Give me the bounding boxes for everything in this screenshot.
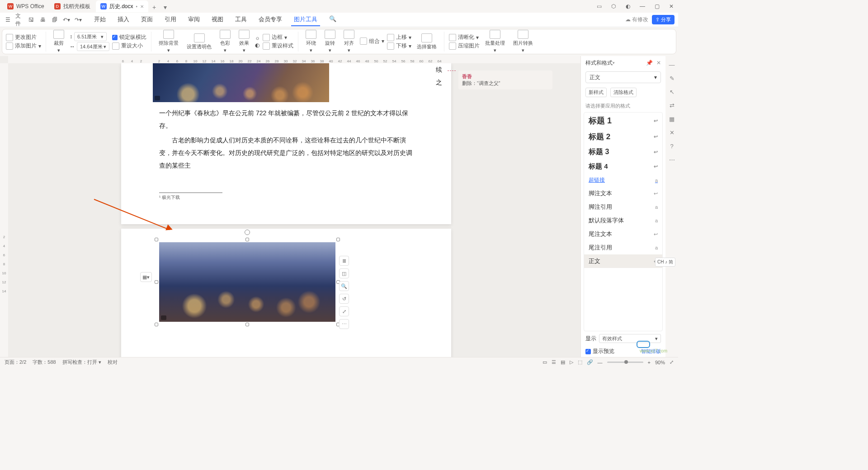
- save-icon[interactable]: 🖫: [27, 16, 35, 24]
- crop-floating-icon[interactable]: ◫: [339, 268, 349, 278]
- change-picture-button[interactable]: 更改图片: [6, 33, 41, 41]
- clear-format-button[interactable]: 清除格式: [610, 88, 637, 97]
- add-picture-button[interactable]: 添加图片 ▾: [6, 42, 41, 50]
- batch-button[interactable]: 批量处理▾: [482, 29, 508, 54]
- border-button[interactable]: 边框 ▾: [263, 33, 293, 41]
- tab-menu-button[interactable]: ▾: [160, 2, 170, 12]
- resize-handle[interactable]: [155, 280, 158, 284]
- proofing-status[interactable]: 校对: [108, 359, 118, 366]
- revision-comment[interactable]: 香香 删除：“调查之父”: [458, 70, 552, 89]
- page-1[interactable]: 续 之 一个州纪事《春秋志》早在公元前 722 年就被编纂，尽管仅公元前 2 世…: [121, 63, 451, 224]
- close-panel-icon[interactable]: ✕: [656, 60, 661, 66]
- search-icon[interactable]: 🔍: [326, 14, 339, 26]
- layout-options-button[interactable]: ▦▾: [140, 272, 152, 282]
- menu-icon[interactable]: ☰: [4, 16, 12, 24]
- style-item[interactable]: 尾注文本↩: [584, 227, 662, 241]
- width-input[interactable]: 14.64厘米▾: [77, 42, 109, 51]
- print-view-icon[interactable]: ☰: [552, 359, 556, 365]
- zoom-in-button[interactable]: +: [648, 360, 651, 365]
- selection-pane-button[interactable]: 选择窗格: [414, 33, 439, 51]
- pin-icon[interactable]: 📌: [646, 60, 653, 66]
- tab-view[interactable]: 视图: [209, 14, 226, 26]
- page-indicator[interactable]: 页面：2/2: [5, 359, 26, 366]
- file-menu[interactable]: 文件: [15, 16, 24, 24]
- sharpen-button[interactable]: 清晰化 ▾: [449, 33, 480, 41]
- new-style-button[interactable]: 新样式: [585, 88, 607, 97]
- inline-image-1[interactable]: [153, 63, 329, 102]
- reading-view-icon[interactable]: ▭: [542, 359, 547, 365]
- close-button[interactable]: ✕: [667, 2, 675, 10]
- outline-view-icon[interactable]: ▤: [561, 359, 565, 365]
- tab-templates[interactable]: D找稻壳模板: [50, 0, 95, 12]
- redo-icon[interactable]: ↷▾: [74, 16, 82, 24]
- cursor-icon[interactable]: ↖: [668, 88, 676, 96]
- fit-floating-icon[interactable]: ⤢: [339, 306, 349, 316]
- print-preview-icon[interactable]: 🗐: [51, 16, 59, 24]
- layout-icon[interactable]: ▭: [595, 2, 603, 10]
- color-button[interactable]: 色彩▾: [217, 29, 233, 54]
- tab-doc-history[interactable]: W历史.docx•✕: [96, 0, 148, 12]
- style-item[interactable]: 标题 1↩: [584, 113, 662, 129]
- style-item[interactable]: 标题 2↩: [584, 129, 662, 145]
- style-item[interactable]: 尾注引用a: [584, 241, 662, 254]
- link-view-icon[interactable]: 🔗: [587, 359, 593, 365]
- more-icon[interactable]: ⋯: [668, 155, 676, 164]
- zoom-floating-icon[interactable]: 🔍: [339, 281, 349, 291]
- close-tab-icon[interactable]: ✕: [140, 4, 144, 9]
- zoom-value[interactable]: 90%: [655, 360, 665, 365]
- set-transparent-button[interactable]: 设置透明色: [184, 33, 214, 51]
- share-button[interactable]: ⇪ 分享: [652, 15, 675, 24]
- word-count[interactable]: 字数：588: [33, 359, 56, 366]
- resize-handle[interactable]: [155, 238, 158, 241]
- wrap-text-icon[interactable]: ≣: [339, 256, 349, 266]
- web-view-icon[interactable]: ▷: [570, 359, 573, 365]
- gallery-icon[interactable]: ▦: [668, 115, 676, 123]
- rotate-handle-icon[interactable]: [245, 230, 250, 235]
- adjust-icon[interactable]: ⇄: [668, 101, 676, 109]
- style-item[interactable]: 脚注引用a: [584, 200, 662, 214]
- minimize-button[interactable]: —: [638, 2, 646, 10]
- style-item[interactable]: 正文↩: [584, 254, 662, 268]
- ime-indicator[interactable]: CH ♪ 简: [655, 258, 675, 267]
- tools-icon[interactable]: ✕: [668, 128, 676, 136]
- align-button[interactable]: 对齐▾: [341, 29, 357, 54]
- style-item[interactable]: 标题 3↩: [584, 145, 662, 160]
- collapse-icon[interactable]: —: [668, 61, 676, 69]
- lock-aspect-checkbox[interactable]: 锁定纵横比: [112, 33, 146, 41]
- style-item[interactable]: 超链接a: [584, 174, 662, 187]
- reset-style-button[interactable]: 重设样式: [263, 42, 293, 50]
- compress-pic-button[interactable]: 压缩图片: [449, 42, 480, 50]
- tab-wps-office[interactable]: WWPS Office: [3, 0, 49, 12]
- show-filter-select[interactable]: 有效样式▾: [599, 334, 661, 343]
- tab-member[interactable]: 会员专享: [256, 14, 285, 26]
- tab-reference[interactable]: 引用: [162, 14, 179, 26]
- cloud-status[interactable]: ☁ 有修改: [625, 16, 648, 24]
- fullscreen-icon[interactable]: ⤢: [670, 359, 674, 365]
- zoom-slider[interactable]: [607, 362, 643, 363]
- current-style-select[interactable]: 正文▾: [585, 71, 661, 83]
- tab-page[interactable]: 页面: [138, 14, 156, 26]
- resize-handle[interactable]: [245, 323, 249, 326]
- rotate-button[interactable]: 旋转▾: [322, 29, 338, 54]
- convert-button[interactable]: 图片转换▾: [510, 29, 536, 54]
- tab-picture-tools[interactable]: 图片工具: [291, 14, 320, 26]
- page-2[interactable]: ▦▾ ≣ ◫ 🔍 ↺ ⤢ ⋯: [121, 229, 451, 357]
- reset-floating-icon[interactable]: ↺: [339, 294, 349, 304]
- wrap-button[interactable]: 环绕▾: [303, 29, 319, 54]
- effect-button[interactable]: 效果▾: [236, 29, 252, 54]
- spellcheck-status[interactable]: 拼写检查：打开 ▾: [62, 359, 101, 366]
- height-input[interactable]: 6.51厘米▾: [74, 32, 107, 41]
- style-item[interactable]: 默认段落字体a: [584, 214, 662, 227]
- maximize-button[interactable]: ▢: [653, 2, 661, 10]
- remove-bg-button[interactable]: 抠除背景▾: [156, 29, 181, 54]
- brightness-button[interactable]: ☼: [255, 35, 260, 41]
- send-backward-button[interactable]: 下移 ▾: [387, 42, 411, 50]
- avatar-icon[interactable]: ◐: [624, 2, 632, 10]
- tab-start[interactable]: 开始: [91, 14, 108, 26]
- cube-icon[interactable]: ⬡: [609, 2, 618, 10]
- group-button[interactable]: 组合 ▾: [360, 38, 384, 45]
- zoom-out-button[interactable]: —: [598, 360, 603, 365]
- contrast-button[interactable]: ◐: [255, 42, 260, 48]
- focus-view-icon[interactable]: ⬚: [578, 359, 582, 365]
- resize-handle[interactable]: [336, 238, 340, 241]
